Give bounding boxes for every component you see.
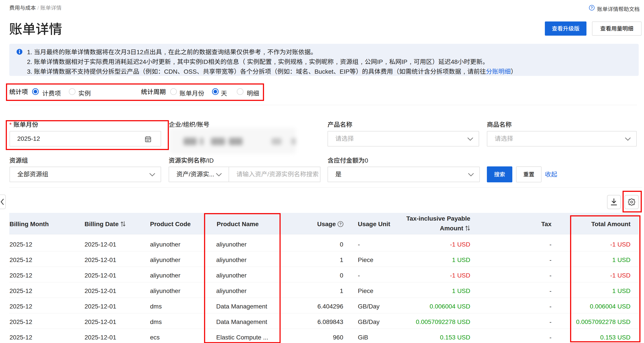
- svg-text:?: ?: [591, 6, 593, 10]
- svg-text:?: ?: [339, 222, 342, 226]
